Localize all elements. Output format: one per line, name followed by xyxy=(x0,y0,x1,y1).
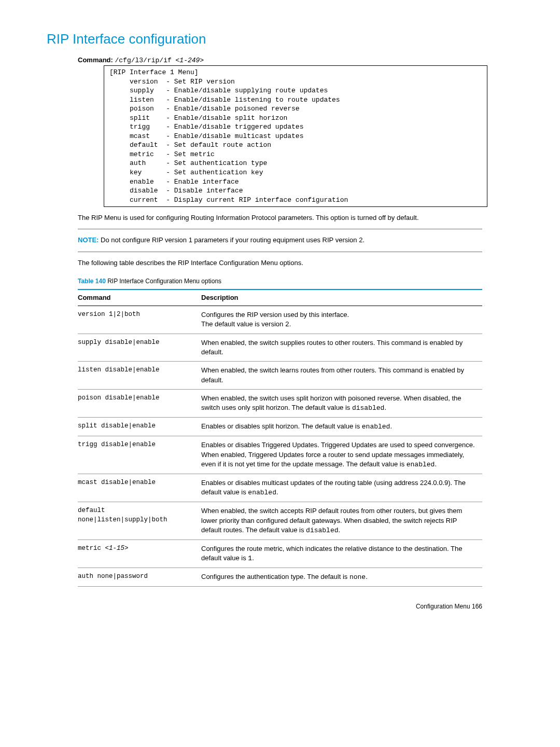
col-description: Description xyxy=(201,289,482,306)
command-label: Command: xyxy=(78,56,113,64)
desc-text: When enabled, the switch uses split hori… xyxy=(201,394,461,411)
cmd-cell: default none|listen|supply|both xyxy=(78,502,201,540)
table-row: auth none|password Configures the authen… xyxy=(78,568,482,587)
desc-text: . xyxy=(435,460,437,468)
table-intro: The following table describes the RIP In… xyxy=(78,258,482,268)
desc-text: Configures the route metric, which indic… xyxy=(201,545,462,562)
cmd-cell: supply disable|enable xyxy=(78,334,201,362)
desc-cell: When enabled, the switch supplies routes… xyxy=(201,334,482,362)
desc-cell: When enabled, the switch learns routes f… xyxy=(201,362,482,389)
table-title: RIP Interface Configuration Menu options xyxy=(106,278,221,285)
table-row: poison disable|enable When enabled, the … xyxy=(78,389,482,417)
desc-cell: Configures the authentication type. The … xyxy=(201,568,482,587)
page-title: RIP Interface configuration xyxy=(47,30,513,48)
desc-text: . xyxy=(276,488,278,496)
desc-text: . xyxy=(339,526,341,534)
page-footer: Configuration Menu 166 xyxy=(47,602,482,611)
table-header-row: Command Description xyxy=(78,289,482,306)
desc-text: . xyxy=(390,422,392,430)
desc-text: Configures the RIP version used by this … xyxy=(201,311,349,328)
desc-cell: Enables or disables Triggered Updates. T… xyxy=(201,436,482,474)
desc-text: . xyxy=(384,404,386,411)
table-row: default none|listen|supply|both When ena… xyxy=(78,502,482,540)
desc-text: Configures the authentication type. The … xyxy=(201,573,349,580)
cmd-cell: metric <1-15> xyxy=(78,540,201,568)
desc-cell: Configures the RIP version used by this … xyxy=(201,306,482,334)
table-row: trigg disable|enable Enables or disables… xyxy=(78,436,482,474)
table-row: version 1|2|both Configures the RIP vers… xyxy=(78,306,482,334)
desc-cell: Enables or disables split horizon. The d… xyxy=(201,418,482,436)
desc-text: . xyxy=(289,320,291,328)
intro-text: The RIP Menu is used for configuring Rou… xyxy=(78,213,482,223)
note: NOTE: Do not configure RIP version 1 par… xyxy=(78,236,482,245)
desc-cell: Enables or disables multicast updates of… xyxy=(201,474,482,502)
cmd-cell: version 1|2|both xyxy=(78,306,201,334)
code-value: disabled xyxy=(352,404,384,412)
options-table: Command Description version 1|2|both Con… xyxy=(78,289,482,587)
menu-block: [RIP Interface 1 Menu] version - Set RIP… xyxy=(104,65,487,207)
cmd-cell: mcast disable|enable xyxy=(78,474,201,502)
cmd-cell: split disable|enable xyxy=(78,418,201,436)
code-value: enabled xyxy=(362,423,390,431)
cmd-cell: trigg disable|enable xyxy=(78,436,201,474)
desc-cell: When enabled, the switch uses split hori… xyxy=(201,389,482,417)
col-command: Command xyxy=(78,289,201,306)
code-value: 1 xyxy=(248,555,252,562)
table-row: supply disable|enable When enabled, the … xyxy=(78,334,482,362)
table-row: listen disable|enable When enabled, the … xyxy=(78,362,482,389)
code-value: 2 xyxy=(285,321,289,328)
divider xyxy=(78,229,482,229)
note-label: NOTE: xyxy=(78,236,99,244)
code-value: enabled xyxy=(248,489,276,496)
cmd-arg: <1-15> xyxy=(105,545,129,552)
divider xyxy=(78,252,482,252)
code-value: enabled xyxy=(407,461,435,468)
cmd-cell: poison disable|enable xyxy=(78,389,201,417)
command-line: Command: /cfg/l3/rip/if <1-249> xyxy=(78,56,513,65)
desc-cell: Configures the route metric, which indic… xyxy=(201,540,482,568)
table-number: Table 140 xyxy=(78,278,106,285)
code-value: disabled xyxy=(306,527,338,534)
cmd-cell: auth none|password xyxy=(78,568,201,587)
table-row: metric <1-15> Configures the route metri… xyxy=(78,540,482,568)
cmd-cell: listen disable|enable xyxy=(78,362,201,389)
desc-text: Enables or disables split horizon. The d… xyxy=(201,422,362,430)
table-row: mcast disable|enable Enables or disables… xyxy=(78,474,482,502)
cmd-text: metric xyxy=(78,545,105,552)
desc-cell: When enabled, the switch accepts RIP def… xyxy=(201,502,482,540)
command-path: /cfg/l3/rip/if xyxy=(115,57,176,64)
table-row: split disable|enable Enables or disables… xyxy=(78,418,482,436)
desc-text: . xyxy=(252,554,254,562)
desc-text: When enabled, the switch supplies routes… xyxy=(201,339,463,356)
command-arg: <1-249> xyxy=(176,57,204,64)
code-value: none xyxy=(349,573,366,581)
table-caption: Table 140 RIP Interface Configuration Me… xyxy=(78,277,482,286)
note-text: Do not configure RIP version 1 parameter… xyxy=(99,236,365,244)
desc-text: When enabled, the switch learns routes f… xyxy=(201,366,464,383)
desc-text: . xyxy=(366,573,368,580)
desc-text: Enables or disables multicast updates of… xyxy=(201,479,466,496)
